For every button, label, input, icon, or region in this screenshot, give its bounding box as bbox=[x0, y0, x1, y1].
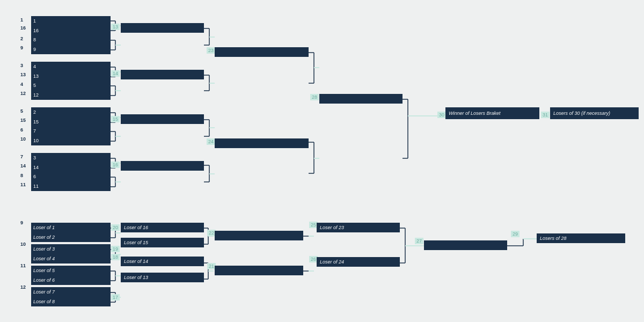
match-2-label: 2 bbox=[20, 36, 23, 41]
match-22-box bbox=[215, 231, 303, 240]
match-7-team1: 3 bbox=[31, 153, 111, 163]
match-7-team2: 14 bbox=[31, 163, 111, 172]
match-num-20: 20 bbox=[111, 224, 120, 231]
match-2-label2: 9 bbox=[20, 45, 23, 50]
match-7-label2: 14 bbox=[20, 163, 26, 169]
match-8-label: 8 bbox=[20, 173, 23, 178]
match-1-team2: 16 bbox=[31, 26, 111, 35]
match-9-slot1: Loser of 1 bbox=[31, 223, 111, 232]
match-10-label: 10 bbox=[20, 241, 26, 247]
match-num-29: 29 bbox=[511, 231, 519, 237]
match-10-slot1: Loser of 3 bbox=[31, 244, 111, 254]
match-13-box bbox=[121, 23, 204, 33]
match-num-19: 19 bbox=[111, 246, 120, 252]
match-num-31: 31 bbox=[541, 112, 550, 118]
match-2-team1: 8 bbox=[31, 35, 111, 45]
loser-24-box: Loser of 24 bbox=[317, 257, 400, 267]
match-5-team1: 2 bbox=[31, 107, 111, 117]
match-12-label: 12 bbox=[20, 284, 26, 290]
final-box: Losers of 30 (if necessary) bbox=[550, 107, 639, 119]
loser-23-box: Loser of 23 bbox=[317, 223, 400, 232]
match-16-box bbox=[121, 161, 204, 171]
match-8-team1: 6 bbox=[31, 172, 111, 181]
match-8-team2: 11 bbox=[31, 181, 111, 191]
match-11-slot2: Loser of 6 bbox=[31, 275, 111, 285]
match-9-label: 9 bbox=[20, 220, 23, 225]
match-6-label2: 10 bbox=[20, 136, 26, 142]
match-4-team2: 12 bbox=[31, 90, 111, 100]
match-4-label: 4 bbox=[20, 82, 23, 87]
match-1-team1: 1 bbox=[31, 16, 111, 26]
match-3-team2: 13 bbox=[31, 71, 111, 81]
match-4-label2: 12 bbox=[20, 91, 26, 96]
match-num-13: 13 bbox=[111, 24, 120, 30]
match-3-label: 3 bbox=[20, 63, 23, 68]
match-27-box bbox=[424, 240, 507, 250]
match-12-slot1: Loser of 7 bbox=[31, 287, 111, 297]
match-5-team2: 15 bbox=[31, 117, 111, 127]
match-12-slot2: Loser of 8 bbox=[31, 297, 111, 306]
match-5-label: 5 bbox=[20, 108, 23, 114]
match-num-16: 16 bbox=[111, 162, 120, 168]
loser-14-box: Loser of 14 bbox=[121, 257, 204, 266]
match-11-label: 11 bbox=[20, 263, 26, 268]
match-21-box bbox=[215, 266, 303, 275]
match-9-slot2: Loser of 2 bbox=[31, 232, 111, 242]
match-14-box bbox=[121, 70, 204, 79]
match-num-18: 18 bbox=[111, 254, 120, 260]
loser-15-box: Loser of 15 bbox=[121, 238, 204, 247]
match-num-28: 28 bbox=[310, 94, 319, 100]
match-num-17: 17 bbox=[111, 294, 120, 301]
match-6-label: 6 bbox=[20, 127, 23, 133]
match-6-team2: 10 bbox=[31, 136, 111, 145]
match-5-label2: 15 bbox=[20, 118, 26, 123]
winners-losers-bracket-box: Winner of Losers Braket bbox=[445, 107, 539, 119]
match-28-box bbox=[319, 94, 402, 104]
match-23-box bbox=[215, 47, 309, 57]
match-3-label2: 13 bbox=[20, 72, 26, 77]
match-2-team2: 9 bbox=[31, 45, 111, 54]
match-num-30: 30 bbox=[437, 112, 446, 118]
match-8-label2: 11 bbox=[20, 182, 26, 187]
match-3-team1: 4 bbox=[31, 62, 111, 71]
match-11-slot1: Loser of 5 bbox=[31, 266, 111, 275]
loser-16-box: Loser of 16 bbox=[121, 223, 204, 232]
loser-13-box: Loser of 13 bbox=[121, 273, 204, 282]
match-24-box bbox=[215, 138, 309, 148]
match-1-label2: 16 bbox=[20, 25, 26, 31]
match-4-team1: 5 bbox=[31, 80, 111, 90]
match-7-label: 7 bbox=[20, 154, 23, 159]
losers-28-box: Losers of 28 bbox=[537, 233, 625, 243]
match-num-15: 15 bbox=[111, 116, 120, 122]
match-num-23: 23 bbox=[207, 47, 215, 54]
bracket-container: 1 1 16 16 2 8 9 9 3 4 13 13 4 5 12 12 5 … bbox=[0, 0, 644, 322]
match-6-team1: 7 bbox=[31, 126, 111, 136]
match-15-box bbox=[121, 114, 204, 124]
match-num-24: 24 bbox=[207, 138, 215, 145]
match-10-slot2: Loser of 4 bbox=[31, 254, 111, 264]
match-num-27: 27 bbox=[415, 238, 423, 244]
match-num-14: 14 bbox=[111, 70, 120, 77]
match-1-label: 1 bbox=[20, 17, 23, 23]
